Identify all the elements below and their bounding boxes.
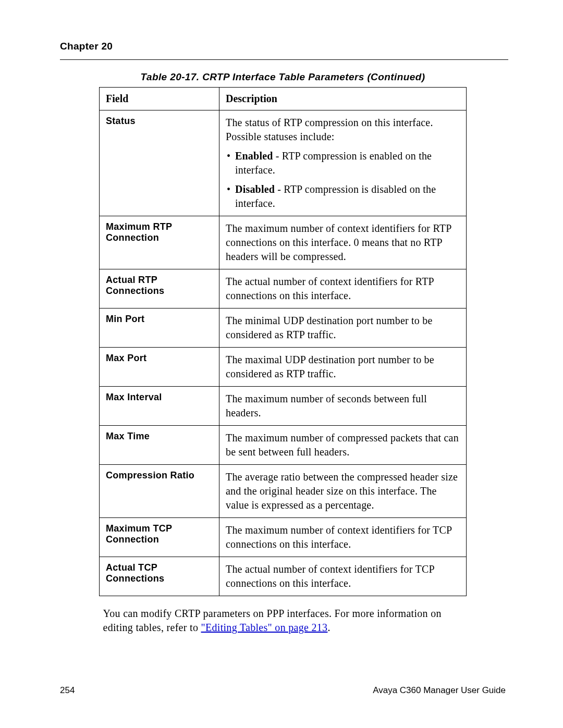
description-cell: The maximum number of context identifier… — [219, 518, 467, 557]
field-cell: Actual TCP Connections — [100, 557, 219, 596]
table-header-row: Field Description — [100, 88, 467, 110]
parameters-table: Field Description Status The status of R… — [99, 87, 467, 596]
table-row: Maximum TCP Connection The maximum numbe… — [100, 518, 467, 557]
description-cell: The maximum number of compressed packets… — [219, 426, 467, 465]
field-cell: Maximum RTP Connection — [100, 216, 219, 269]
page-number: 254 — [60, 685, 75, 696]
bullet-label: Disabled — [235, 183, 275, 195]
chapter-header: Chapter 20 — [60, 41, 506, 52]
field-cell: Min Port — [100, 309, 219, 348]
page: Chapter 20 Table 20-17. CRTP Interface T… — [0, 0, 563, 728]
field-cell: Actual RTP Connections — [100, 269, 219, 309]
cross-reference-link[interactable]: "Editing Tables" on page 213 — [201, 622, 328, 633]
description-cell: The minimal UDP destination port number … — [219, 309, 467, 348]
list-item: Enabled - RTP compression is enabled on … — [226, 149, 460, 177]
table-row: Max Interval The maximum number of secon… — [100, 387, 467, 426]
status-bullets: Enabled - RTP compression is enabled on … — [226, 149, 460, 211]
body-paragraph: You can modify CRTP parameters on PPP in… — [103, 607, 463, 635]
header-rule — [60, 59, 508, 60]
page-footer: 254 Avaya C360 Manager User Guide — [60, 685, 506, 696]
status-intro: The status of RTP compression on this in… — [226, 116, 460, 144]
description-cell: The status of RTP compression on this in… — [219, 110, 467, 216]
col-header-field: Field — [100, 88, 219, 110]
description-cell: The maximum number of seconds between fu… — [219, 387, 467, 426]
field-cell: Max Port — [100, 348, 219, 387]
field-cell: Max Interval — [100, 387, 219, 426]
table-row: Actual RTP Connections The actual number… — [100, 269, 467, 309]
table-row: Max Time The maximum number of compresse… — [100, 426, 467, 465]
field-cell: Maximum TCP Connection — [100, 518, 219, 557]
description-cell: The maximal UDP destination port number … — [219, 348, 467, 387]
field-cell: Compression Ratio — [100, 465, 219, 518]
field-cell: Max Time — [100, 426, 219, 465]
bullet-label: Enabled — [235, 150, 273, 162]
description-cell: The actual number of context identifiers… — [219, 269, 467, 309]
table-row: Compression Ratio The average ratio betw… — [100, 465, 467, 518]
table-caption: Table 20-17. CRTP Interface Table Parame… — [60, 71, 506, 83]
field-cell: Status — [100, 110, 219, 216]
table-row: Maximum RTP Connection The maximum numbe… — [100, 216, 467, 269]
body-post: . — [327, 622, 330, 633]
description-cell: The maximum number of context identifier… — [219, 216, 467, 269]
table-row: Actual TCP Connections The actual number… — [100, 557, 467, 596]
table-row: Max Port The maximal UDP destination por… — [100, 348, 467, 387]
list-item: Disabled - RTP compression is disabled o… — [226, 182, 460, 211]
col-header-description: Description — [219, 88, 467, 110]
table-row: Min Port The minimal UDP destination por… — [100, 309, 467, 348]
description-cell: The average ratio between the compressed… — [219, 465, 467, 518]
table-row: Status The status of RTP compression on … — [100, 110, 467, 216]
guide-title: Avaya C360 Manager User Guide — [373, 685, 506, 696]
description-cell: The actual number of context identifiers… — [219, 557, 467, 596]
